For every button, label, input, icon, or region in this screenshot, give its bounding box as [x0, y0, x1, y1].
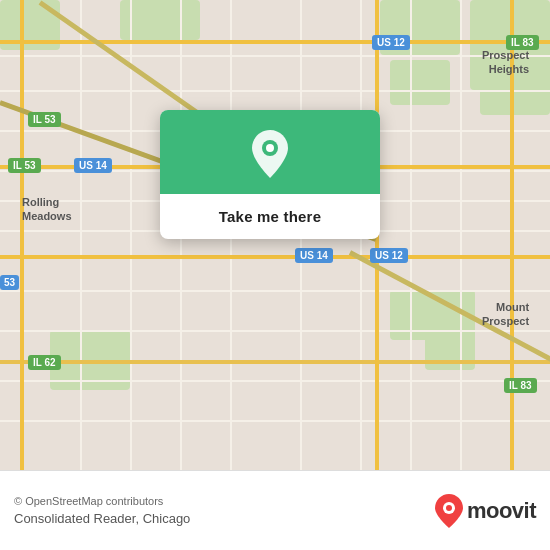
road-badge-il53: IL 53 — [8, 158, 41, 173]
moovit-logo: moovit — [435, 494, 536, 528]
road — [410, 0, 412, 470]
road-badge-il83-bot: IL 83 — [504, 378, 537, 393]
road-badge-us12-mid: US 12 — [370, 248, 408, 263]
card-body[interactable]: Take me there — [160, 194, 380, 239]
road — [0, 420, 550, 422]
moovit-pin-icon — [435, 494, 463, 528]
road — [0, 90, 550, 92]
road — [0, 380, 550, 382]
road-badge-il62: IL 62 — [28, 355, 61, 370]
place-label-prospect-heights: ProspectHeights — [482, 48, 529, 77]
svg-point-3 — [446, 505, 452, 511]
card-header — [160, 110, 380, 194]
bottom-left-section: © OpenStreetMap contributors Consolidate… — [14, 495, 190, 526]
park-area — [390, 60, 450, 105]
place-label-mount-prospect: MountProspect — [482, 300, 529, 329]
road — [460, 0, 462, 470]
road-badge-us12-top: US 12 — [372, 35, 410, 50]
map-attribution: © OpenStreetMap contributors — [14, 495, 190, 507]
major-road — [20, 0, 24, 470]
take-me-there-button[interactable]: Take me there — [219, 208, 321, 225]
park-area — [120, 0, 200, 40]
bottom-bar: © OpenStreetMap contributors Consolidate… — [0, 470, 550, 550]
road-badge-us14-mid: US 14 — [295, 248, 333, 263]
road-badge-us14-left: US 14 — [74, 158, 112, 173]
map-view: IL 53 IL 53 US 14 US 12 US 12 US 14 IL 8… — [0, 0, 550, 470]
road — [80, 0, 82, 470]
road-badge-il53-top: IL 53 — [28, 112, 61, 127]
road — [0, 55, 550, 57]
location-pin-icon — [250, 130, 290, 178]
road — [0, 290, 550, 292]
major-road — [0, 255, 550, 259]
app-title: Consolidated Reader, Chicago — [14, 511, 190, 526]
moovit-brand-text: moovit — [467, 498, 536, 524]
major-road — [0, 40, 550, 44]
place-label-rolling-meadows: RollingMeadows — [22, 195, 72, 224]
svg-point-1 — [266, 144, 274, 152]
road — [0, 330, 550, 332]
major-road — [0, 360, 550, 364]
location-card: Take me there — [160, 110, 380, 239]
road — [130, 0, 132, 470]
road-badge-53: 53 — [0, 275, 19, 290]
